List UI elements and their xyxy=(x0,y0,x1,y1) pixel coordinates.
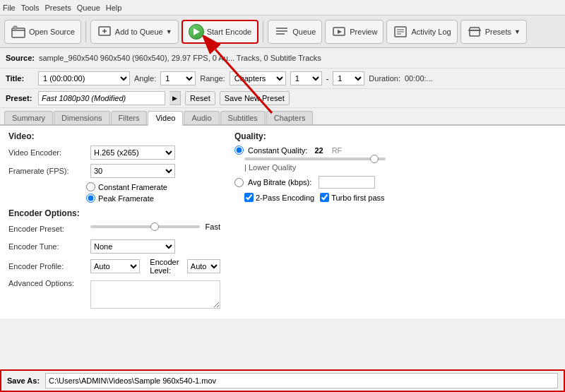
encoder-tune-select[interactable]: None xyxy=(90,239,175,254)
constant-framerate-label: Constant Framerate xyxy=(98,183,167,191)
duration-label: Duration: xyxy=(369,74,400,83)
menu-tools[interactable]: Tools xyxy=(21,4,40,12)
turbo-item: Turbo first pass xyxy=(320,193,384,202)
encoder-preset-value: Fast xyxy=(206,222,220,231)
framerate-mode-group: Constant Framerate Peak Framerate xyxy=(86,182,220,203)
preset-name-display: Fast 1080p30 (Modified) xyxy=(38,91,165,105)
reset-button[interactable]: Reset xyxy=(185,91,215,105)
menu-bar: File Tools Presets Queue Help xyxy=(0,0,565,16)
queue-button[interactable]: Queue xyxy=(268,20,322,44)
tab-chapters[interactable]: Chapters xyxy=(266,111,314,124)
constant-framerate-radio[interactable] xyxy=(86,182,95,191)
peak-framerate-option[interactable]: Peak Framerate xyxy=(86,194,220,203)
tab-summary[interactable]: Summary xyxy=(4,111,53,124)
left-panel: Video: Video Encoder: H.265 (x265) Frame… xyxy=(8,131,220,313)
lower-quality-label: | Lower Quality xyxy=(244,163,296,172)
encoder-level-select[interactable]: Auto xyxy=(187,259,220,273)
range-type-select[interactable]: Chapters xyxy=(230,71,286,85)
quality-slider-thumb[interactable] xyxy=(370,155,379,163)
encoder-options-title: Encoder Options: xyxy=(8,208,220,218)
presets-label: Presets xyxy=(485,28,511,36)
svg-marker-9 xyxy=(338,30,342,34)
const-quality-radio[interactable] xyxy=(234,145,244,155)
source-section: Source: sample_960x540 960x540 (960x540)… xyxy=(0,48,565,69)
add-to-queue-dropdown[interactable]: ▼ xyxy=(166,28,172,35)
save-as-input[interactable] xyxy=(45,373,558,388)
avg-bitrate-label: Avg Bitrate (kbps): xyxy=(248,178,311,186)
encoder-tune-row: Encoder Tune: None xyxy=(8,239,220,254)
tab-video[interactable]: Video xyxy=(148,111,183,126)
tab-dimensions[interactable]: Dimensions xyxy=(54,111,109,124)
const-quality-label: Constant Quality: xyxy=(248,146,307,155)
svg-rect-14 xyxy=(470,30,480,36)
save-new-preset-button[interactable]: Save New Preset xyxy=(220,91,290,105)
avg-bitrate-radio[interactable] xyxy=(234,178,244,187)
add-to-queue-button[interactable]: Add to Queue ▼ xyxy=(90,20,179,44)
duration-value: 00:00:... xyxy=(405,74,433,83)
source-label: Source: xyxy=(6,54,35,62)
preset-name-value: Fast 1080p30 (Modified) xyxy=(42,94,126,102)
tab-subtitles[interactable]: Subtitles xyxy=(220,111,266,124)
tab-filters[interactable]: Filters xyxy=(111,111,148,124)
svg-rect-1 xyxy=(13,26,17,29)
framerate-label: Framerate (FPS): xyxy=(8,167,86,175)
tab-audio[interactable]: Audio xyxy=(184,111,219,124)
preview-button[interactable]: Preview xyxy=(325,20,383,44)
presets-icon xyxy=(467,24,482,40)
preset-arrow-button[interactable]: ▶ xyxy=(170,91,181,105)
encoder-level-label: Encoder Level: xyxy=(150,258,180,275)
tabs-bar: Summary Dimensions Filters Video Audio S… xyxy=(0,108,565,126)
encoding-options-row: 2-Pass Encoding Turbo first pass xyxy=(244,193,557,202)
start-encode-button[interactable]: Start Encode xyxy=(182,20,259,44)
twopass-checkbox[interactable] xyxy=(244,193,254,202)
angle-select[interactable]: 1 xyxy=(160,71,196,85)
encoder-preset-row: Encoder Preset: Fast xyxy=(8,222,220,235)
preview-icon xyxy=(331,24,347,40)
right-panel: Quality: Constant Quality: 22 RF | Lower… xyxy=(234,131,557,313)
title-select[interactable]: 1 (00:00:00) xyxy=(38,71,130,85)
menu-file[interactable]: File xyxy=(3,4,16,12)
add-to-queue-icon xyxy=(97,24,112,40)
toolbar: Open Source Add to Queue ▼ Start Enc xyxy=(0,16,565,48)
menu-queue[interactable]: Queue xyxy=(77,4,100,12)
turbo-checkbox[interactable] xyxy=(320,193,329,202)
turbo-label: Turbo first pass xyxy=(331,194,384,202)
video-section-title: Video: xyxy=(8,131,220,141)
toolbar-sep-2 xyxy=(263,21,263,42)
avg-bitrate-row: Avg Bitrate (kbps): xyxy=(234,176,557,189)
angle-label: Angle: xyxy=(134,74,156,83)
twopass-label: 2-Pass Encoding xyxy=(256,194,314,202)
framerate-select[interactable]: 30 xyxy=(90,164,175,178)
encoder-select[interactable]: H.265 (x265) xyxy=(90,145,175,160)
menu-presets[interactable]: Presets xyxy=(44,4,71,12)
peak-framerate-radio[interactable] xyxy=(86,194,95,203)
activity-log-label: Activity Log xyxy=(411,28,451,36)
presets-button[interactable]: Presets ▼ xyxy=(460,20,527,44)
preset-section: Preset: Fast 1080p30 (Modified) ▶ Reset … xyxy=(0,89,565,108)
encoder-preset-label: Encoder Preset: xyxy=(8,225,86,233)
start-encode-label: Start Encode xyxy=(207,28,252,36)
range-to-select[interactable]: 1 xyxy=(333,71,364,85)
encoder-profile-select[interactable]: Auto xyxy=(90,259,140,273)
encoder-profile-label: Encoder Profile: xyxy=(8,262,86,271)
avg-bitrate-input[interactable] xyxy=(319,176,375,189)
start-encode-icon xyxy=(189,24,204,40)
open-source-icon xyxy=(11,24,26,40)
advanced-options-input[interactable] xyxy=(90,280,220,309)
range-label: Range: xyxy=(200,74,225,83)
constant-framerate-option[interactable]: Constant Framerate xyxy=(86,182,220,191)
const-quality-row: Constant Quality: 22 RF xyxy=(234,145,557,155)
queue-label: Queue xyxy=(292,28,316,36)
open-source-button[interactable]: Open Source xyxy=(4,20,81,44)
save-as-bar: Save As: xyxy=(0,369,565,392)
encoder-preset-slider-thumb[interactable] xyxy=(150,222,159,231)
const-quality-value: 22 xyxy=(314,146,323,155)
range-from-select[interactable]: 1 xyxy=(290,71,322,85)
quality-label-row: | Lower Quality xyxy=(244,163,557,172)
menu-help[interactable]: Help xyxy=(106,4,122,12)
presets-dropdown[interactable]: ▼ xyxy=(514,28,521,35)
activity-log-button[interactable]: Activity Log xyxy=(386,20,457,44)
preview-label: Preview xyxy=(350,28,377,36)
quality-slider-track xyxy=(244,158,386,160)
title-label: Title: xyxy=(6,74,34,83)
